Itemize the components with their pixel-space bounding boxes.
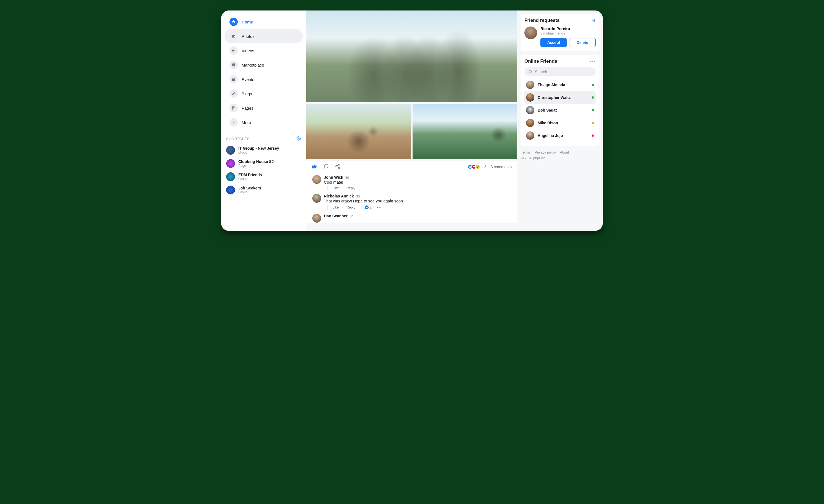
- like-action[interactable]: Like: [332, 186, 339, 190]
- nav-videos[interactable]: Videos: [224, 43, 303, 58]
- gear-icon[interactable]: [297, 136, 301, 141]
- online-friend[interactable]: Angelina Jojo: [524, 129, 596, 142]
- presence-dot: [592, 134, 594, 137]
- comment-age: 3d: [349, 214, 353, 218]
- group-avatar: [226, 186, 235, 194]
- svg-point-8: [338, 164, 340, 166]
- reaction-count[interactable]: 12: [482, 165, 486, 169]
- privacy-link[interactable]: Privacy policy: [535, 150, 556, 155]
- nav-marketplace[interactable]: Marketplace: [224, 58, 303, 72]
- nav-photos[interactable]: Photos: [224, 29, 303, 43]
- post-photo[interactable]: [306, 104, 411, 159]
- copyright: © 2020 phpFox: [521, 156, 599, 161]
- online-friend[interactable]: Bob Sagat: [524, 104, 596, 116]
- about-link[interactable]: About: [560, 150, 569, 155]
- nav-label: Photos: [242, 34, 254, 39]
- main-feed: ❤ 😢 12 3 comments John Wick 3d Cool mate…: [306, 10, 517, 231]
- more-icon[interactable]: •••: [377, 205, 382, 209]
- comment-text: That was crazy! Hope to see you again so…: [324, 199, 515, 203]
- online-friends-card: Online Friends ••• Thiago Almada Christo…: [521, 55, 600, 146]
- comment-reactions[interactable]: 2: [363, 205, 374, 210]
- presence-dot: [592, 122, 594, 124]
- nav-blogs[interactable]: Blogs: [224, 87, 303, 101]
- nav-home[interactable]: Home: [224, 15, 303, 29]
- video-icon: [229, 46, 238, 55]
- svg-rect-6: [234, 78, 234, 79]
- comment: John Wick 3d Cool mate! Like · Reply: [312, 175, 515, 192]
- presence-dot: [592, 109, 594, 111]
- friend-name: Angelina Jojo: [538, 133, 589, 138]
- see-all-link[interactable]: All: [592, 18, 596, 23]
- terms-link[interactable]: Terms: [521, 150, 530, 155]
- avatar: [526, 93, 534, 102]
- friend-name: Christopher Waltz: [538, 95, 589, 100]
- comment-age: 3d: [345, 176, 349, 180]
- svg-point-1: [232, 36, 233, 36]
- shortcut-name: Clubbing House SJ: [238, 159, 274, 164]
- group-avatar: [226, 172, 235, 181]
- presence-dot: [592, 96, 594, 99]
- nav-events[interactable]: Events: [224, 72, 303, 86]
- shortcut-item[interactable]: EDM Friends Group: [222, 170, 305, 183]
- more-icon[interactable]: •••: [589, 59, 596, 64]
- comment-author[interactable]: John Wick: [324, 175, 343, 180]
- comment-author[interactable]: Dan Scanner: [324, 214, 348, 218]
- svg-line-14: [531, 73, 532, 74]
- accept-button[interactable]: Accept: [540, 38, 567, 47]
- friend-name: Bob Sagat: [538, 108, 589, 112]
- shop-icon: [229, 61, 238, 69]
- photo-grid: [306, 10, 517, 161]
- like-action[interactable]: Like: [332, 205, 339, 209]
- avatar: [526, 106, 534, 114]
- mutual-friends: 3 mutual friends: [540, 31, 596, 35]
- post-photo[interactable]: [306, 10, 517, 102]
- share-button[interactable]: [335, 164, 340, 170]
- nav-pages[interactable]: Pages: [224, 101, 303, 115]
- shortcuts-title: SHORTCUTS: [226, 137, 249, 141]
- svg-rect-4: [232, 78, 235, 79]
- comment-author[interactable]: Nicholas Annick: [324, 194, 354, 198]
- avatar: [526, 81, 534, 89]
- avatar[interactable]: [524, 26, 537, 39]
- avatar: [526, 119, 534, 127]
- avatar[interactable]: [312, 175, 321, 184]
- delete-button[interactable]: Delete: [569, 38, 596, 47]
- page-avatar: [226, 159, 235, 168]
- nav-label: Videos: [242, 48, 254, 53]
- nav-label: Events: [242, 77, 254, 82]
- right-rail: Friend requests All Ricardo Pereira 3 mu…: [517, 10, 603, 231]
- shortcut-item[interactable]: Clubbing House SJ Page: [222, 157, 305, 170]
- svg-rect-2: [232, 50, 234, 52]
- comment-text: Cool mate!: [324, 180, 515, 185]
- search-input[interactable]: [535, 70, 592, 74]
- pencil-icon: [229, 90, 238, 98]
- card-title: Friend requests: [524, 18, 560, 23]
- comments-count[interactable]: 3 comments: [491, 165, 512, 169]
- svg-point-9: [336, 166, 337, 167]
- reply-action[interactable]: Reply: [346, 186, 355, 190]
- online-friend[interactable]: Christopher Waltz: [524, 91, 596, 104]
- search-input-wrapper[interactable]: [524, 67, 596, 76]
- reply-action[interactable]: Reply: [346, 205, 355, 209]
- avatar: [526, 131, 534, 140]
- nav-label: Home: [242, 20, 253, 24]
- online-friend[interactable]: Mike Bison: [524, 116, 596, 129]
- nav-more[interactable]: More: [224, 115, 303, 129]
- shortcut-type: Page: [238, 164, 274, 168]
- shortcut-item[interactable]: IT Group - New Jersey Group: [222, 143, 305, 157]
- svg-line-11: [337, 167, 338, 167]
- friend-requests-card: Friend requests All Ricardo Pereira 3 mu…: [521, 14, 600, 51]
- footer: Terms Privacy policy About © 2020 phpFox: [521, 150, 600, 162]
- group-avatar: [226, 146, 235, 155]
- like-button[interactable]: [312, 164, 317, 170]
- online-friend[interactable]: Thiago Almada: [524, 79, 596, 91]
- avatar[interactable]: [312, 214, 321, 223]
- comment-button[interactable]: [323, 164, 329, 170]
- comments-list: John Wick 3d Cool mate! Like · Reply N: [306, 173, 517, 223]
- friend-request-name[interactable]: Ricardo Pereira: [540, 26, 596, 31]
- avatar[interactable]: [312, 194, 321, 203]
- post-action-bar: ❤ 😢 12 3 comments: [306, 161, 517, 173]
- shortcut-item[interactable]: Job Seekers Group: [222, 183, 305, 197]
- post-photo[interactable]: [413, 104, 517, 159]
- reaction-icons: ❤ 😢: [469, 164, 480, 169]
